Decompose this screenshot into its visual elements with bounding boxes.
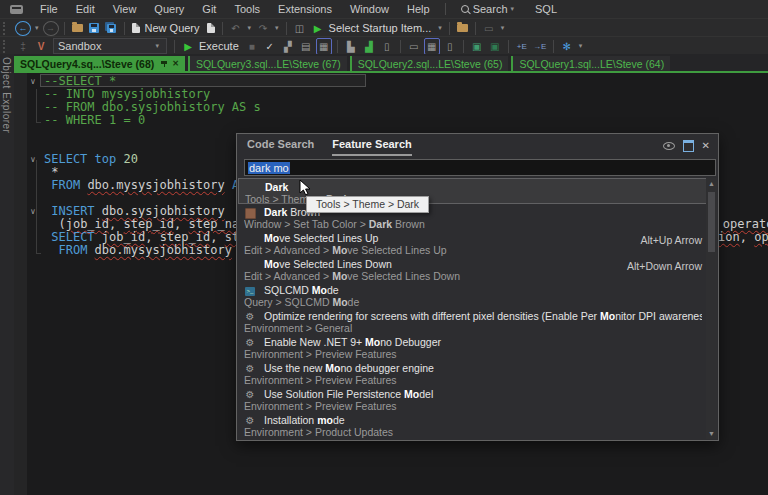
chevron-down-icon[interactable]: ▾ (35, 24, 39, 32)
spool-results-icon[interactable]: ▯ (442, 38, 458, 55)
results-to-file-icon[interactable]: ▯ (379, 38, 395, 55)
execute-play-icon[interactable]: ▶ (180, 38, 196, 55)
menu-item-sql[interactable]: SQL (526, 1, 566, 17)
results-scrollbar[interactable]: ▲ ▼ (706, 178, 717, 439)
open-query-connection-icon[interactable] (207, 23, 215, 33)
menu-item-query[interactable]: Query (145, 1, 193, 17)
document-tab-4[interactable]: SQLQuery1.sql...LE\Steve (64) (511, 56, 670, 71)
scroll-down-icon[interactable]: ▼ (706, 430, 717, 437)
search-result-item[interactable]: Move Selected Lines UpEdit > Advanced > … (238, 230, 708, 256)
actual-plan-icon[interactable]: ▦ (316, 38, 332, 55)
pin-icon[interactable] (161, 60, 167, 67)
app-window: FileEditViewQueryGitToolsExtensionsWindo… (0, 0, 768, 495)
new-query-icon[interactable] (132, 23, 140, 33)
start-icon[interactable]: ▶ (310, 20, 326, 37)
cancel-query-icon[interactable]: ■ (244, 38, 260, 55)
close-icon[interactable]: ✕ (702, 142, 710, 150)
open-file-icon[interactable] (72, 24, 83, 32)
menu-item-window[interactable]: Window (341, 1, 398, 17)
menu-item-git[interactable]: Git (193, 1, 225, 17)
browse-objects-icon[interactable] (457, 24, 468, 32)
search-result-item[interactable]: ⚙Use the new Mono debugger engineEnviron… (238, 360, 708, 386)
popup-tab-code-search[interactable]: Code Search (247, 138, 314, 156)
save-all-icon[interactable] (105, 22, 117, 34)
fold-arrow-icon[interactable]: ∨ (28, 205, 38, 218)
navigate-back-icon[interactable]: ← (15, 21, 31, 36)
search-result-item[interactable]: ⚙Optimize rendering for screens with dif… (238, 308, 708, 334)
task-status-icon[interactable]: ◫ (292, 20, 308, 37)
scroll-up-icon[interactable]: ▲ (706, 180, 717, 187)
result-breadcrumb: Environment > Preview Features (244, 348, 702, 360)
increase-indent-icon[interactable]: →E (532, 38, 548, 55)
menu-item-edit[interactable]: Edit (67, 1, 104, 17)
gear-icon: ⚙ (244, 363, 256, 375)
tab-label: SQLQuery1.sql...LE\Steve (64) (519, 58, 664, 70)
toolbar-grip-handle[interactable] (3, 40, 10, 53)
document-tab-2[interactable]: SQLQuery3.sql...LE\Steve (67) (188, 56, 347, 71)
menu-item-view[interactable]: View (104, 1, 146, 17)
change-connection-icon[interactable]: V (33, 38, 49, 55)
chevron-down-icon[interactable]: ▾ (275, 24, 279, 32)
result-title: Use the new Mono debugger engine (264, 362, 702, 374)
menu-item-search[interactable]: Search ▾ (452, 1, 526, 17)
decrease-indent-icon[interactable]: +E (514, 38, 530, 55)
document-tab-3[interactable]: SQLQuery2.sql...LE\Steve (65) (350, 56, 509, 71)
database-combobox[interactable]: Sandbox▾ (53, 38, 167, 54)
select-startup-item-button[interactable]: Select Startup Item... (329, 22, 432, 34)
preview-eye-icon[interactable] (663, 142, 675, 150)
fold-arrow-icon[interactable]: ∨ (28, 75, 38, 88)
chevron-down-icon[interactable]: ▾ (248, 24, 252, 32)
menu-item-file[interactable]: File (31, 1, 67, 17)
chevron-down-icon[interactable]: ▾ (438, 24, 442, 32)
results-to-text-icon[interactable]: ▭ (406, 38, 422, 55)
panel-icon[interactable]: ▭ (481, 20, 497, 37)
menu-item-tools[interactable]: Tools (225, 1, 269, 17)
search-result-item[interactable]: ⚙Use Solution File Persistence ModelEnvi… (238, 386, 708, 412)
uncomment-icon[interactable]: ▣ (487, 38, 503, 55)
menu-item-help[interactable]: Help (398, 1, 439, 17)
indent-guide-foot (36, 253, 41, 254)
result-title: Dark (265, 181, 701, 193)
result-breadcrumb: Environment > Preview Features (244, 374, 702, 386)
template-parameters-icon[interactable]: ✻ (559, 38, 575, 55)
popup-tab-feature-search[interactable]: Feature Search (332, 138, 411, 156)
comment-icon[interactable]: ▣ (469, 38, 485, 55)
menu-bar: FileEditViewQueryGitToolsExtensionsWindo… (0, 0, 768, 18)
chevron-down-icon[interactable]: ▾ (501, 24, 505, 32)
scrollbar-thumb[interactable] (708, 192, 715, 252)
search-result-item[interactable]: Move Selected Lines DownEdit > Advanced … (238, 256, 708, 282)
redo-icon[interactable]: ↷ (255, 20, 271, 37)
gear-glyph: ⚙ (246, 338, 255, 348)
search-result-item[interactable]: ⚙ (238, 438, 708, 439)
document-tab-1[interactable]: SQLQuery4.sq...\Steve (68)✕ (14, 56, 185, 71)
menu-item-extensions[interactable]: Extensions (269, 1, 341, 17)
search-result-item[interactable]: >_SQLCMD ModeQuery > SQLCMD Mode (238, 282, 708, 308)
search-result-item[interactable]: ⚙Installation modeEnvironment > Product … (238, 412, 708, 438)
close-icon[interactable]: ✕ (172, 59, 179, 68)
fold-arrow-icon[interactable]: ∨ (28, 153, 38, 166)
estimated-plan-icon[interactable]: ▞ (280, 38, 296, 55)
undo-icon[interactable]: ↶ (228, 20, 244, 37)
toolbar-grip-handle[interactable] (3, 22, 10, 35)
query-options-icon[interactable]: ▤ (298, 38, 314, 55)
mouse-cursor (299, 179, 312, 197)
client-statistics-icon[interactable]: ▙ (343, 38, 359, 55)
toolbar-standard: ←▾→New Query↶▾↷▾◫▶Select Startup Item...… (0, 18, 768, 37)
sidebar-tab-object-explorer[interactable]: Object Explorer (1, 57, 12, 133)
disconnect-icon[interactable]: ‡ (15, 38, 31, 55)
save-icon[interactable] (89, 23, 99, 33)
feature-search-input[interactable]: dark mo (244, 159, 716, 176)
search-result-item[interactable]: ⚙Enable New .NET 9+ Mono DebuggerEnviron… (238, 334, 708, 360)
new-query-button[interactable]: New Query (145, 22, 200, 34)
parse-query-icon[interactable]: ✓ (262, 38, 278, 55)
toolbar-separator (553, 40, 554, 53)
results-to-grid-icon[interactable]: ▦ (424, 38, 440, 55)
app-icon (10, 5, 23, 14)
code-line: -- WHERE 1 = 0 (44, 114, 768, 127)
navigate-forward-icon[interactable]: → (43, 21, 59, 36)
execute-button[interactable]: Execute (199, 40, 239, 52)
chevron-down-icon[interactable]: ▾ (579, 42, 583, 50)
live-query-stats-icon[interactable]: ▟ (361, 38, 377, 55)
result-breadcrumb: Window > Set Tab Color > Dark Brown (244, 218, 702, 230)
dock-window-icon[interactable] (683, 140, 694, 152)
